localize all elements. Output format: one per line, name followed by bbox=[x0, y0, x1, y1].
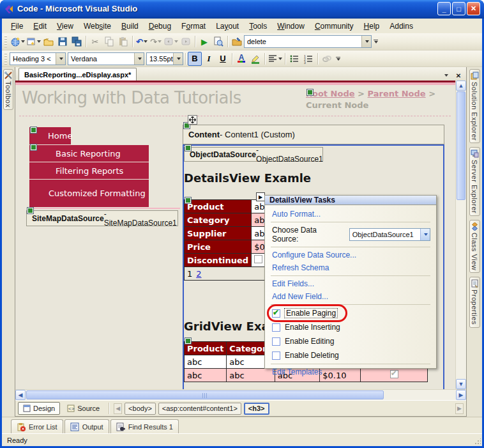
enable-deleting-checkbox[interactable] bbox=[272, 351, 280, 360]
discontinued-checkbox[interactable] bbox=[254, 255, 262, 263]
solution-explorer-tab[interactable]: Solution Explorer bbox=[469, 69, 480, 143]
pager-page-link[interactable]: 2 bbox=[196, 269, 201, 279]
data-source-combobox[interactable]: ObjectDataSource1 bbox=[349, 228, 430, 241]
italic-button[interactable]: I bbox=[202, 52, 216, 66]
menu-debug[interactable]: Debug bbox=[144, 20, 176, 33]
content-control-header[interactable]: Content - Content1 (Custom) bbox=[183, 125, 444, 144]
find-combobox-value[interactable]: delete bbox=[245, 38, 361, 45]
class-view-tab[interactable]: Class View bbox=[469, 220, 480, 273]
scroll-left-button[interactable]: ◀ bbox=[15, 390, 26, 400]
find-combobox[interactable]: delete bbox=[244, 35, 372, 48]
edit-templates-link[interactable]: Edit Templates bbox=[271, 366, 430, 378]
style-combobox-dropdown[interactable] bbox=[56, 53, 65, 65]
font-size-combobox-value[interactable]: 13.55pt bbox=[147, 55, 173, 63]
title-bar[interactable]: Code - Microsoft Visual Studio _ □ ✕ bbox=[0, 0, 484, 19]
resize-grip[interactable] bbox=[474, 438, 481, 445]
font-combobox-value[interactable]: Verdana bbox=[68, 55, 134, 63]
tab-list-dropdown-button[interactable] bbox=[441, 70, 451, 81]
maximize-button[interactable]: □ bbox=[452, 2, 465, 15]
tag-h3[interactable]: <h3> bbox=[244, 403, 269, 415]
highlight-button[interactable] bbox=[248, 52, 262, 66]
find-combobox-dropdown[interactable] bbox=[361, 36, 371, 47]
numbered-list-button[interactable]: 123 bbox=[301, 52, 315, 66]
new-website-button[interactable] bbox=[10, 35, 26, 49]
menu-view[interactable]: View bbox=[52, 20, 79, 33]
close-document-button[interactable]: ✕ bbox=[453, 70, 464, 81]
error-list-tab[interactable]: Error List bbox=[11, 419, 63, 433]
save-button[interactable] bbox=[56, 35, 70, 49]
design-surface[interactable]: Working with Data Tutorials Root Node > … bbox=[15, 81, 455, 389]
find-in-files-button[interactable] bbox=[230, 35, 244, 49]
horizontal-scrollbar[interactable]: ◀ ▶ bbox=[15, 389, 466, 400]
tag-body[interactable]: <body> bbox=[125, 403, 156, 415]
tag-navigator-left-arrow[interactable]: ◀ bbox=[114, 403, 122, 414]
tag-asp-content[interactable]: <asp:content#content1> bbox=[158, 403, 241, 415]
nav-item-filtering-reports[interactable]: Filtering Reports bbox=[29, 162, 149, 179]
style-combobox[interactable]: Heading 3 < bbox=[10, 52, 66, 65]
design-view-button[interactable]: Design bbox=[18, 402, 60, 415]
cut-button[interactable]: ✂ bbox=[88, 35, 102, 49]
auto-format-link[interactable]: Auto Format... bbox=[271, 208, 430, 220]
enable-editing-checkbox[interactable] bbox=[272, 337, 280, 346]
tag-navigator-right-arrow[interactable]: ▶ bbox=[455, 403, 464, 414]
start-debugging-button[interactable]: ▶ bbox=[197, 35, 211, 49]
menu-layout[interactable]: Layout bbox=[211, 20, 244, 33]
align-button[interactable] bbox=[267, 52, 283, 66]
undo-button[interactable]: ↶ bbox=[135, 35, 149, 49]
font-size-combobox[interactable]: 13.55pt bbox=[146, 52, 183, 65]
add-new-field-link[interactable]: Add New Field... bbox=[271, 290, 430, 303]
move-handle-icon[interactable] bbox=[188, 115, 197, 125]
document-tab[interactable]: BasicReporting...eDisplay.aspx* bbox=[19, 68, 137, 81]
output-tab[interactable]: Output bbox=[64, 419, 109, 433]
menu-build[interactable]: Build bbox=[116, 20, 144, 33]
vertical-scroll-thumb[interactable] bbox=[457, 91, 465, 200]
find-results-tab[interactable]: Find Results 1 bbox=[110, 419, 179, 433]
underline-button[interactable]: U bbox=[216, 52, 230, 66]
view-in-browser-button[interactable] bbox=[211, 35, 225, 49]
font-combobox[interactable]: Verdana bbox=[68, 52, 144, 65]
navigate-backward-button[interactable] bbox=[163, 35, 179, 49]
data-source-combobox-value[interactable]: ObjectDataSource1 bbox=[350, 231, 420, 238]
menu-format[interactable]: Format bbox=[176, 20, 211, 33]
toolbar-grip[interactable] bbox=[4, 53, 7, 65]
vertical-scrollbar[interactable]: ▲ ▼ bbox=[455, 81, 466, 389]
add-new-item-button[interactable] bbox=[26, 35, 42, 49]
configure-data-source-link[interactable]: Configure Data Source... bbox=[271, 249, 430, 261]
minimize-button[interactable]: _ bbox=[437, 2, 451, 15]
scroll-down-button[interactable]: ▼ bbox=[456, 379, 466, 389]
breadcrumb-parent-link[interactable]: Parent Node bbox=[368, 89, 426, 98]
horizontal-scroll-thumb[interactable] bbox=[26, 390, 384, 399]
refresh-schema-link[interactable]: Refresh Schema bbox=[271, 261, 430, 274]
scroll-up-button[interactable]: ▲ bbox=[456, 81, 466, 91]
toolbar-overflow-button[interactable] bbox=[334, 52, 342, 66]
sitemapdatasource-control[interactable]: SiteMapDataSource - SiteMapDataSource1 bbox=[26, 210, 178, 226]
menu-help[interactable]: Help bbox=[359, 20, 385, 33]
hyperlink-button[interactable] bbox=[320, 52, 334, 66]
server-explorer-tab[interactable]: Server Explorer bbox=[469, 147, 480, 216]
enable-inserting-checkbox[interactable] bbox=[272, 323, 280, 332]
redo-button[interactable]: ↷ bbox=[149, 35, 163, 49]
paste-button[interactable] bbox=[116, 35, 130, 49]
copy-button[interactable] bbox=[102, 35, 116, 49]
font-size-combobox-dropdown[interactable] bbox=[173, 53, 183, 65]
save-all-button[interactable] bbox=[70, 35, 84, 49]
menu-community[interactable]: Community bbox=[310, 20, 359, 33]
toolbar-overflow-button[interactable] bbox=[372, 35, 379, 49]
toolbar-grip[interactable] bbox=[4, 36, 7, 47]
menu-addins[interactable]: Addins bbox=[384, 20, 418, 33]
smart-tag-button[interactable]: ▶ bbox=[256, 192, 265, 201]
objectdatasource-control[interactable]: ObjectDataSource - ObjectDataSource1 bbox=[184, 147, 323, 162]
navigate-forward-button[interactable] bbox=[179, 35, 193, 49]
bold-button[interactable]: B bbox=[188, 52, 202, 66]
properties-tab[interactable]: Properties bbox=[469, 277, 480, 327]
style-combobox-value[interactable]: Heading 3 < bbox=[10, 55, 56, 63]
menu-edit[interactable]: Edit bbox=[28, 20, 52, 33]
menu-website[interactable]: Website bbox=[79, 20, 116, 33]
nav-item-customized-formatting[interactable]: Customized Formatting bbox=[29, 180, 149, 207]
bullet-list-button[interactable] bbox=[287, 52, 301, 66]
nav-item-basic-reporting[interactable]: Basic Reporting bbox=[29, 145, 149, 162]
menu-tools[interactable]: Tools bbox=[244, 20, 272, 33]
menu-file[interactable]: File bbox=[6, 20, 28, 33]
scroll-right-button[interactable]: ▶ bbox=[456, 390, 466, 400]
menu-window[interactable]: Window bbox=[272, 20, 310, 33]
